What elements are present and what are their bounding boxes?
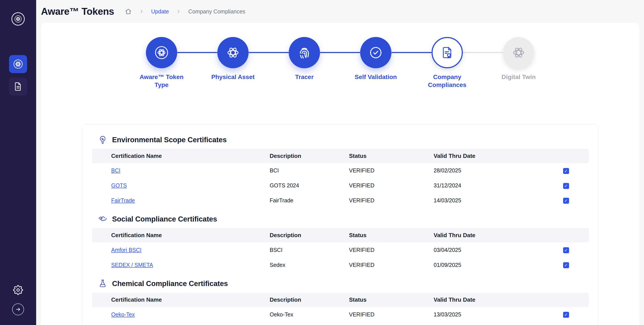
gear-icon — [13, 285, 23, 295]
column-header: Certification Name — [92, 293, 270, 307]
table-header-row: Certification Name Description Status Va… — [92, 293, 589, 307]
step-connector — [392, 52, 432, 53]
check-icon: ✓ — [564, 169, 568, 173]
cert-link[interactable]: FairTrade — [111, 197, 135, 203]
cert-status: VERIFIED — [349, 307, 434, 322]
stepper-step[interactable]: Self Validation — [340, 37, 412, 89]
sidebar — [0, 0, 36, 325]
cert-status: VERIFIED — [349, 163, 434, 178]
cert-checkbox[interactable]: ✓ — [563, 312, 569, 318]
step-circle — [146, 37, 177, 68]
table-row: SEDEX / SMETA Sedex VERIFIED 01/09/2025 … — [92, 257, 589, 272]
arrow-right-icon — [15, 306, 21, 313]
fingerprint-icon — [297, 45, 312, 60]
section-header: Environmental Scope Certificates — [92, 135, 588, 144]
step-label: Physical Asset — [211, 73, 255, 81]
step-label: Company Compliances — [421, 73, 474, 89]
step-connector — [177, 52, 217, 53]
content-area: Aware™ Token Type Physical Asset Tracer … — [41, 23, 639, 325]
checkbox-column-header — [520, 149, 589, 163]
cert-description: BCI — [270, 163, 349, 178]
step-circle — [432, 37, 463, 68]
column-header: Status — [349, 293, 434, 307]
step-label: Digital Twin — [502, 73, 536, 81]
chevron-right-icon — [176, 9, 181, 14]
breadcrumb-update[interactable]: Update — [151, 8, 169, 15]
section-header: Chemical Compliance Certificates — [92, 279, 588, 288]
cert-valid-thru: 28/02/2025 — [434, 163, 520, 178]
cert-link[interactable]: BCI — [111, 167, 120, 174]
cert-link[interactable]: SEDEX / SMETA — [111, 262, 153, 268]
certificate-section: Chemical Compliance Certificates Certifi… — [92, 279, 588, 322]
table-row: GOTS GOTS 2024 VERIFIED 31/12/2024 ✓ — [92, 178, 589, 193]
cert-description: FairTrade — [270, 193, 349, 208]
cert-status: VERIFIED — [349, 242, 434, 257]
column-header: Description — [270, 293, 349, 307]
sidebar-nav — [9, 55, 27, 96]
cert-description: BSCI — [270, 242, 349, 257]
column-header: Status — [349, 149, 434, 163]
check-icon: ✓ — [564, 199, 568, 203]
breadcrumb: Update Company Compliances — [125, 8, 245, 15]
page-title: Aware™ Tokens — [41, 6, 114, 17]
aware-knot-icon — [154, 45, 169, 60]
column-header: Valid Thru Date — [434, 228, 520, 242]
flask-icon — [98, 279, 107, 288]
certificate-section: Environmental Scope Certificates Certifi… — [92, 135, 588, 208]
step-circle — [503, 37, 534, 68]
seal-check-icon — [368, 45, 383, 60]
cert-valid-thru: 14/03/2025 — [434, 193, 520, 208]
stepper-step[interactable]: Physical Asset — [197, 37, 269, 89]
column-header: Valid Thru Date — [434, 293, 520, 307]
table-row: FairTrade FairTrade VERIFIED 14/03/2025 … — [92, 193, 589, 208]
stepper-step[interactable]: Tracer — [269, 37, 340, 89]
table-header-row: Certification Name Description Status Va… — [92, 228, 589, 242]
stepper-step[interactable]: Digital Twin — [483, 37, 554, 89]
cert-checkbox[interactable]: ✓ — [563, 198, 569, 204]
section-title: Environmental Scope Certificates — [112, 136, 227, 144]
wizard-stepper: Aware™ Token Type Physical Asset Tracer … — [126, 37, 554, 89]
check-icon: ✓ — [564, 263, 568, 267]
settings-button[interactable] — [9, 281, 27, 299]
topbar: Aware™ Tokens Update Company Compliances — [36, 0, 644, 23]
check-icon: ✓ — [564, 313, 568, 317]
sidebar-item-tokens[interactable] — [9, 55, 27, 73]
table-row: BCI BCI VERIFIED 28/02/2025 ✓ — [92, 163, 589, 178]
certificates-table: Certification Name Description Status Va… — [92, 149, 589, 208]
handshake-icon — [98, 215, 107, 224]
cert-link[interactable]: Oeko-Tex — [111, 311, 135, 318]
table-header-row: Certification Name Description Status Va… — [92, 149, 589, 163]
step-circle — [289, 37, 320, 68]
eco-bulb-icon — [98, 135, 107, 144]
checkbox-column-header — [520, 293, 589, 307]
checkbox-column-header — [520, 228, 589, 242]
knot-icon — [511, 45, 526, 60]
chevron-right-icon — [139, 9, 144, 14]
cert-status: VERIFIED — [349, 193, 434, 208]
certificate-doc-icon — [440, 45, 454, 60]
check-icon: ✓ — [564, 184, 568, 188]
cert-description: GOTS 2024 — [270, 178, 349, 193]
home-icon[interactable] — [125, 8, 132, 15]
cert-link[interactable]: Amfori BSCI — [111, 247, 142, 253]
cert-description: Sedex — [270, 257, 349, 272]
cert-description: Oeko-Tex — [270, 307, 349, 322]
main-area: Aware™ Tokens Update Company Compliances… — [36, 0, 644, 325]
cert-checkbox[interactable]: ✓ — [563, 247, 569, 253]
stepper-step[interactable]: Company Compliances — [412, 37, 483, 89]
cert-checkbox[interactable]: ✓ — [563, 168, 569, 174]
column-header: Certification Name — [92, 149, 270, 163]
step-circle — [217, 37, 248, 68]
stepper-step[interactable]: Aware™ Token Type — [126, 37, 197, 89]
table-row: Amfori BSCI BSCI VERIFIED 03/04/2025 ✓ — [92, 242, 589, 257]
cert-link[interactable]: GOTS — [111, 182, 127, 189]
expand-sidebar-button[interactable] — [12, 304, 24, 315]
sidebar-item-documents[interactable] — [9, 77, 27, 96]
cert-checkbox[interactable]: ✓ — [563, 262, 569, 268]
cert-status: VERIFIED — [349, 257, 434, 272]
cert-checkbox[interactable]: ✓ — [563, 183, 569, 189]
step-label: Tracer — [295, 73, 314, 81]
section-header: Social Compliance Certificates — [92, 215, 588, 224]
table-row: Oeko-Tex Oeko-Tex VERIFIED 13/03/2025 ✓ — [92, 307, 589, 322]
breadcrumb-current: Company Compliances — [188, 8, 245, 15]
